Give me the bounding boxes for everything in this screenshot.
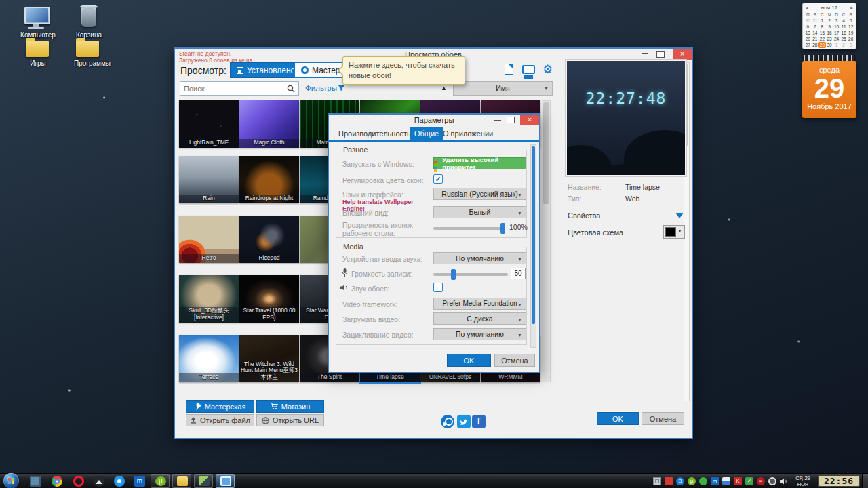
start-button[interactable] <box>3 473 19 488</box>
show-desktop-button[interactable] <box>862 474 868 488</box>
taskbar-wallpaper-engine-button[interactable] <box>216 474 235 488</box>
tray-grid-icon[interactable] <box>653 477 661 485</box>
tray-clock-icon[interactable] <box>768 477 776 485</box>
dialog-maximize-button[interactable] <box>507 117 515 123</box>
window-color-checkbox[interactable]: ✓ <box>433 174 443 184</box>
calendar-day[interactable]: 25 <box>840 36 848 42</box>
calendar-day[interactable]: 3 <box>833 18 840 24</box>
taskbar-app-icon[interactable] <box>94 476 104 487</box>
remove-priority-button[interactable]: Удалить высокий приоритет <box>433 157 526 169</box>
dialog-cancel-button[interactable]: Отмена <box>494 354 535 367</box>
wallpaper-tile[interactable]: Skull_3D骷髅头 [Interactive] <box>179 275 239 323</box>
window-ok-button[interactable]: OK <box>597 412 639 425</box>
calendar-day[interactable]: 10 <box>833 24 840 30</box>
taskbar-chrome-icon[interactable] <box>52 476 62 487</box>
computer-icon[interactable] <box>24 7 50 24</box>
open-url-button[interactable]: Открыть URL <box>256 414 324 426</box>
calendar-day[interactable]: 5 <box>847 18 854 24</box>
facebook-icon[interactable]: f <box>472 415 486 428</box>
tray-app-icon[interactable]: K <box>734 477 742 485</box>
calendar-day[interactable]: 18 <box>840 30 848 36</box>
tab-about[interactable]: О приложении <box>439 127 497 140</box>
calendar-day[interactable]: 15 <box>818 30 826 36</box>
calendar-day[interactable]: 17 <box>833 30 840 36</box>
audio-input-dropdown[interactable]: По умолчанию <box>433 252 526 264</box>
wallpaper-sound-checkbox[interactable] <box>433 283 443 292</box>
calendar-day[interactable]: 29 <box>818 42 826 48</box>
tab-performance[interactable]: Производительность <box>334 127 415 140</box>
icon-opacity-thumb[interactable] <box>500 223 505 234</box>
tab-installed[interactable]: Установлено <box>230 62 302 78</box>
calendar-day[interactable]: 26 <box>847 36 854 42</box>
calendar-day[interactable]: 6 <box>804 24 812 30</box>
wallpaper-preview[interactable]: 22:27:48 <box>566 60 686 176</box>
calendar-day[interactable]: 27 <box>804 42 812 48</box>
search-box[interactable] <box>180 81 299 96</box>
sort-ascending-icon[interactable]: ▲ <box>441 85 447 92</box>
dialog-scrollbar[interactable] <box>530 144 536 348</box>
dialog-scrollbar-thumb[interactable] <box>532 146 535 324</box>
desktop-icon-label[interactable]: Игры <box>9 60 67 67</box>
language-dropdown[interactable]: Russian (Русский язык) <box>433 188 526 200</box>
color-scheme-swatch[interactable] <box>663 225 685 239</box>
calendar-day[interactable]: 4 <box>840 18 848 24</box>
close-button[interactable]: × <box>673 49 692 60</box>
calendar-day[interactable]: 2 <box>840 42 848 48</box>
load-video-dropdown[interactable]: С диска <box>433 312 526 325</box>
dialog-ok-button[interactable]: OK <box>447 354 491 367</box>
desktop-icon-label[interactable]: Компьютер <box>5 31 71 39</box>
tray-utorrent-icon[interactable]: µ <box>688 477 696 485</box>
taskbar-app-icon[interactable]: m <box>134 476 145 487</box>
volume-icon[interactable] <box>780 477 788 485</box>
taskbar-utorrent-button[interactable]: µ <box>151 474 170 488</box>
calendar-day[interactable]: 28 <box>812 42 819 48</box>
calendar-day[interactable]: 31 <box>812 18 819 24</box>
calendar-day[interactable]: 11 <box>840 24 848 30</box>
calendar-day[interactable]: 3 <box>847 42 854 48</box>
record-volume-slider[interactable] <box>433 273 508 276</box>
properties-collapse-icon[interactable] <box>675 213 684 218</box>
wallpaper-tile[interactable]: Ricepod <box>239 216 299 263</box>
desktop-icon-label[interactable]: Корзина <box>65 31 113 39</box>
store-button[interactable]: Магазин <box>256 400 324 413</box>
wallpaper-tile[interactable]: Magic Cloth <box>239 100 299 148</box>
calendar-day[interactable]: 22 <box>818 36 826 42</box>
open-file-button[interactable]: Открыть файл <box>186 414 254 426</box>
calendar-day[interactable]: 8 <box>818 24 826 30</box>
window-cancel-button[interactable]: Отмена <box>642 412 684 425</box>
wallpaper-tile[interactable]: Raindrops at Night <box>239 156 299 203</box>
calendar-day[interactable]: 20 <box>804 36 812 42</box>
calendar-day[interactable]: 1 <box>833 42 840 48</box>
calendar-day[interactable]: 16 <box>826 30 833 36</box>
record-volume-input[interactable]: 50 <box>511 268 526 279</box>
taskbar-opera-icon[interactable] <box>73 476 84 487</box>
record-volume-thumb[interactable] <box>451 269 456 280</box>
workshop-button[interactable]: Мастерская <box>186 400 254 413</box>
wallpaper-tile[interactable]: Rain <box>179 156 239 203</box>
tray-date[interactable]: СР, 29 НОЯ <box>788 475 818 487</box>
calendar-day[interactable]: 30 <box>804 18 812 24</box>
wallpaper-tile[interactable]: Retro <box>179 216 239 263</box>
minimize-button[interactable] <box>642 53 648 54</box>
calendar-day[interactable]: 13 <box>804 30 812 36</box>
calendar-day[interactable]: 12 <box>847 24 854 30</box>
calendar-day[interactable]: 14 <box>812 30 819 36</box>
taskbar-remote-icon[interactable] <box>30 476 41 487</box>
filters-link[interactable]: Фильтры <box>305 84 337 92</box>
calendar-prev-icon[interactable]: ◄ <box>805 6 809 10</box>
desktop-icon-label[interactable]: Программы <box>61 60 123 67</box>
taskbar-app-button[interactable] <box>194 474 213 488</box>
displays-icon[interactable] <box>522 65 535 74</box>
sort-dropdown[interactable]: Имя <box>453 81 553 96</box>
calendar-day[interactable]: 2 <box>826 18 833 24</box>
wallpaper-tile[interactable]: LightRain_TMF <box>179 100 239 148</box>
tab-general[interactable]: Общие <box>410 127 443 140</box>
calendar-next-icon[interactable]: ► <box>850 6 854 10</box>
folder-icon[interactable] <box>26 41 49 57</box>
recycle-bin-icon[interactable] <box>81 7 96 27</box>
search-input[interactable] <box>184 85 287 93</box>
video-framework-dropdown[interactable]: Prefer Media Foundation <box>433 298 526 310</box>
maximize-button[interactable] <box>656 51 665 58</box>
calendar-day[interactable]: 24 <box>833 36 840 42</box>
dialog-close-button[interactable]: × <box>520 115 539 125</box>
